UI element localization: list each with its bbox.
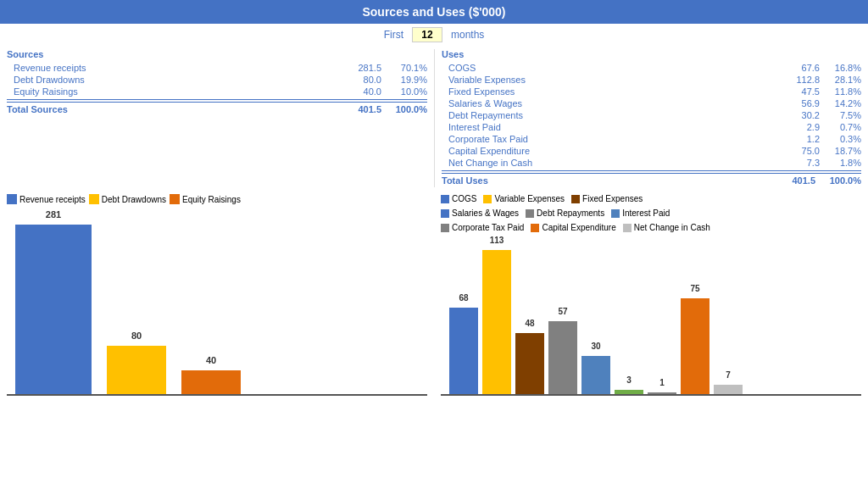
- legend-color: [7, 194, 17, 204]
- bar-group: 1: [648, 392, 676, 394]
- row-label: Variable Expenses: [442, 75, 785, 85]
- row-value: 30.2: [785, 110, 823, 120]
- bar-value-label: 30: [591, 342, 600, 351]
- row-label: Fixed Expenses: [442, 86, 785, 97]
- legend-item: Interest Paid: [611, 208, 670, 218]
- row-value: 2.9: [785, 122, 823, 132]
- legend-color: [441, 224, 449, 232]
- legend-item: COGS: [441, 194, 476, 203]
- sources-total-row: Total Sources 401.5 100.0%: [7, 102, 427, 116]
- bar-value-label: 57: [558, 307, 567, 316]
- bar-group: 75: [681, 298, 709, 394]
- bar: [181, 370, 241, 394]
- row-value: 112.8: [785, 75, 823, 85]
- bar-container: 48: [515, 333, 544, 394]
- bar-container: 75: [681, 298, 709, 394]
- legend-color: [611, 209, 620, 218]
- row-value: 281.5: [342, 63, 385, 73]
- row-value: 47.5: [785, 86, 823, 97]
- row-value: 40.0: [342, 86, 385, 97]
- bar-container: 3: [615, 390, 643, 394]
- bar: [548, 321, 577, 394]
- uses-header: Uses: [442, 49, 861, 59]
- uses-rows: COGS 67.6 16.8% Variable Expenses 112.8 …: [442, 62, 861, 169]
- sources-total-value: 401.5: [342, 104, 385, 114]
- legend-label: Interest Paid: [622, 208, 670, 218]
- row-pct: 7.5%: [823, 110, 861, 120]
- legend-item: Debt Drawdowns: [89, 194, 166, 204]
- legend-color: [89, 194, 99, 204]
- row-label: Revenue receipts: [7, 63, 342, 73]
- row-value: 67.6: [785, 63, 823, 73]
- months-label-post: months: [451, 29, 484, 41]
- uses-total-pct: 100.0%: [819, 175, 861, 186]
- bar-group: 281: [15, 225, 92, 394]
- row-value: 75.0: [785, 146, 823, 156]
- row-label: Equity Raisings: [7, 86, 342, 97]
- sources-row: Debt Drawdowns 80.0 19.9%: [7, 74, 427, 86]
- row-pct: 11.8%: [823, 86, 861, 97]
- bar: [15, 225, 92, 394]
- row-pct: 14.2%: [823, 98, 861, 108]
- row-pct: 19.9%: [385, 75, 427, 85]
- uses-total-label: Total Uses: [442, 175, 776, 186]
- bar-group: 30: [581, 356, 610, 394]
- bar-container: 80: [107, 346, 166, 394]
- legend-label: Salaries & Wages: [452, 208, 519, 218]
- legend-label: Corporate Tax Paid: [452, 223, 524, 232]
- legend-item: Net Change in Cash: [623, 223, 710, 232]
- months-input[interactable]: 12: [412, 27, 442, 42]
- legend-item: Debt Repayments: [526, 208, 604, 218]
- uses-total-value: 401.5: [776, 175, 819, 186]
- legend-label: Equity Raisings: [182, 195, 241, 204]
- content-area: Sources Revenue receipts 281.5 70.1% Deb…: [0, 46, 868, 191]
- page-title: Sources and Uses ($'000): [0, 0, 868, 24]
- row-pct: 1.8%: [823, 158, 861, 168]
- bar: [714, 385, 743, 394]
- row-label: Net Change in Cash: [442, 158, 785, 168]
- bar-value-label: 3: [626, 375, 632, 385]
- right-bar-chart: 68 113 48 57 30 3 1: [441, 239, 861, 396]
- bar-value-label: 113: [490, 236, 504, 245]
- legend-item: Corporate Tax Paid: [441, 223, 524, 232]
- row-value: 56.9: [785, 98, 823, 108]
- legend-item: Equity Raisings: [170, 194, 241, 204]
- uses-row: Variable Expenses 112.8 28.1%: [442, 74, 861, 86]
- bar: [581, 356, 610, 394]
- uses-panel: Uses COGS 67.6 16.8% Variable Expenses 1…: [434, 49, 861, 187]
- legend-color: [170, 194, 180, 204]
- legend-label: Fixed Expenses: [582, 194, 643, 203]
- bar-value-label: 75: [690, 284, 699, 293]
- sources-row: Equity Raisings 40.0 10.0%: [7, 86, 427, 97]
- bar-group: 57: [548, 321, 577, 394]
- bar-container: 281: [15, 225, 92, 394]
- legend-color: [441, 195, 449, 203]
- legend-label: COGS: [452, 194, 476, 203]
- row-pct: 18.7%: [823, 146, 861, 156]
- bar-container: 40: [181, 370, 241, 394]
- sources-total-label: Total Sources: [7, 104, 342, 114]
- bar-value-label: 48: [525, 319, 534, 328]
- months-label-pre: First: [384, 29, 403, 41]
- row-label: Corporate Tax Paid: [442, 134, 785, 144]
- uses-row: Fixed Expenses 47.5 11.8%: [442, 86, 861, 97]
- bar-group: 68: [449, 308, 478, 394]
- bar-value-label: 80: [131, 331, 142, 341]
- bar-container: 30: [581, 356, 610, 394]
- legend-color: [623, 224, 632, 232]
- legend-item: Salaries & Wages: [441, 208, 519, 218]
- bar-container: 113: [482, 250, 511, 394]
- row-label: Debt Drawdowns: [7, 75, 342, 85]
- charts-area: Revenue receiptsDebt DrawdownsEquity Rai…: [0, 191, 868, 436]
- legend-label: Revenue receipts: [19, 195, 86, 204]
- months-row: First 12 months: [0, 24, 868, 46]
- legend-color: [483, 195, 492, 203]
- legend-item: Revenue receipts: [7, 194, 86, 204]
- legend-color: [531, 224, 539, 232]
- uses-row: COGS 67.6 16.8%: [442, 62, 861, 74]
- bar-group: 113: [482, 250, 511, 394]
- bar-container: 1: [648, 392, 676, 394]
- row-value: 7.3: [785, 158, 823, 168]
- bar-value-label: 7: [726, 370, 731, 380]
- bar-container: 57: [548, 321, 577, 394]
